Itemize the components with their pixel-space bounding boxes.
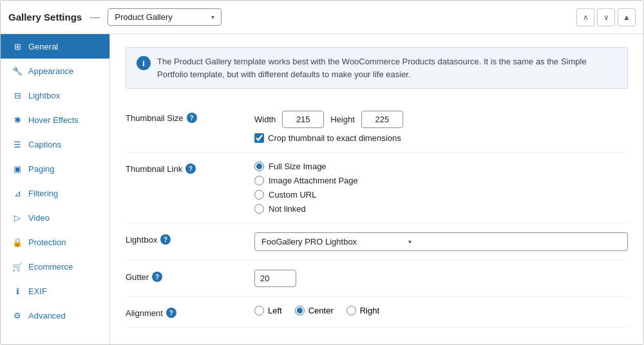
sidebar-item-filtering[interactable]: ⊿ Filtering: [1, 181, 109, 205]
lightbox-icon: ⊟: [12, 89, 23, 101]
hover-icon: ✱: [12, 114, 23, 126]
paging-icon: ▣: [12, 163, 23, 174]
gutter-help-icon[interactable]: ?: [152, 272, 162, 282]
thumbnail-size-label: Thumbnail Size ?: [126, 111, 254, 123]
sidebar-label-filtering: Filtering: [28, 189, 58, 198]
sidebar-label-lightbox: Lightbox: [28, 91, 60, 100]
crop-checkbox[interactable]: [254, 133, 264, 143]
gutter-content: [254, 270, 628, 287]
header-controls: ∧ ∨ ▲: [576, 8, 636, 26]
radio-not-linked: Not linked: [254, 204, 628, 214]
align-right: Right: [346, 306, 379, 315]
main-content: i The Product Gallery template works bes…: [110, 34, 643, 344]
radio-attachment: Image Attachment Page: [254, 176, 628, 185]
lightbox-label: Lightbox ?: [126, 232, 254, 245]
info-box: i The Product Gallery template works bes…: [126, 47, 628, 89]
gutter-label: Gutter ?: [126, 270, 254, 282]
radio-custom-url-label: Custom URL: [269, 190, 316, 200]
radio-custom-url: Custom URL: [254, 190, 628, 200]
sidebar-label-ecommerce: Ecommerce: [28, 262, 73, 272]
sidebar-item-lightbox[interactable]: ⊟ Lightbox: [1, 83, 109, 107]
lightbox-help-icon[interactable]: ?: [160, 234, 171, 245]
gallery-select-label: Product Gallery: [115, 12, 173, 22]
crop-checkbox-row: Crop thumbnail to exact dimensions: [254, 133, 628, 143]
body: ⊞ General 🔧 Appearance ⊟ Lightbox ✱ Hove…: [1, 34, 643, 344]
radio-custom-url-input[interactable]: [254, 190, 264, 200]
nav-expand-button[interactable]: ▲: [618, 8, 636, 26]
lock-icon: 🔒: [12, 236, 23, 248]
sidebar-item-captions[interactable]: ☰ Captions: [1, 132, 109, 156]
width-label: Width: [254, 115, 276, 124]
sidebar-item-appearance[interactable]: 🔧 Appearance: [1, 59, 109, 83]
nav-up-button[interactable]: ∧: [576, 8, 594, 26]
wrench-icon: 🔧: [12, 65, 23, 77]
thumbnail-link-help-icon[interactable]: ?: [185, 163, 196, 174]
alignment-row: Alignment ? Left Center Right: [126, 297, 628, 328]
thumbnail-link-row: Thumbnail Link ? Full Size Image Image A…: [126, 153, 628, 223]
header: Gallery Settings — Product Gallery ▾ ∧ ∨…: [1, 1, 643, 34]
gutter-row: Gutter ?: [126, 261, 628, 297]
lightbox-select[interactable]: FooGallery PRO Lightbox ▾: [254, 232, 628, 251]
gallery-settings-window: Gallery Settings — Product Gallery ▾ ∧ ∨…: [0, 0, 644, 345]
nav-down-button[interactable]: ∨: [597, 8, 615, 26]
thumbnail-link-options: Full Size Image Image Attachment Page Cu…: [254, 162, 628, 214]
radio-full-size-label: Full Size Image: [269, 162, 327, 171]
sidebar-item-protection[interactable]: 🔒 Protection: [1, 230, 109, 254]
align-right-radio[interactable]: [346, 306, 356, 315]
header-title: Gallery Settings: [8, 12, 82, 23]
grid-icon: ⊞: [12, 41, 23, 52]
info-text: The Product Gallery template works best …: [157, 55, 617, 80]
lightbox-selected-value: FooGallery PRO Lightbox: [261, 237, 357, 247]
radio-attachment-input[interactable]: [254, 176, 264, 185]
lightbox-row: Lightbox ? FooGallery PRO Lightbox ▾: [126, 223, 628, 261]
sidebar-label-appearance: Appearance: [28, 66, 73, 76]
height-input[interactable]: [361, 111, 403, 128]
thumbnail-size-help-icon[interactable]: ?: [187, 113, 197, 123]
sidebar-label-protection: Protection: [28, 238, 66, 247]
video-icon: ▷: [12, 212, 23, 223]
gear-icon: ⚙: [12, 310, 23, 321]
radio-not-linked-input[interactable]: [254, 204, 264, 214]
gallery-select-dropdown[interactable]: Product Gallery ▾: [108, 8, 222, 26]
radio-not-linked-label: Not linked: [269, 204, 306, 214]
thumbnail-size-row: Thumbnail Size ? Width Height Crop thumb…: [126, 102, 628, 153]
sidebar-item-ecommerce[interactable]: 🛒 Ecommerce: [1, 254, 109, 279]
sidebar-label-hover-effects: Hover Effects: [28, 115, 79, 125]
info-circle-icon: ℹ: [12, 285, 23, 297]
height-label: Height: [330, 115, 355, 124]
sidebar: ⊞ General 🔧 Appearance ⊟ Lightbox ✱ Hove…: [1, 34, 110, 344]
gutter-input[interactable]: [254, 270, 296, 287]
alignment-help-icon[interactable]: ?: [166, 308, 176, 318]
align-left-radio[interactable]: [254, 306, 264, 315]
sidebar-item-general[interactable]: ⊞ General: [1, 34, 109, 59]
size-inputs-group: Width Height: [254, 111, 628, 128]
info-icon: i: [137, 56, 151, 70]
sidebar-label-advanced: Advanced: [28, 311, 66, 321]
header-left: Gallery Settings — Product Gallery ▾: [8, 8, 222, 26]
chevron-down-icon: ▾: [211, 14, 214, 21]
sidebar-label-video: Video: [28, 213, 50, 223]
sidebar-item-advanced[interactable]: ⚙ Advanced: [1, 303, 109, 328]
sidebar-item-hover-effects[interactable]: ✱ Hover Effects: [1, 107, 109, 132]
alignment-options: Left Center Right: [254, 306, 628, 315]
align-left-label: Left: [268, 306, 282, 315]
sidebar-item-paging[interactable]: ▣ Paging: [1, 156, 109, 181]
radio-attachment-label: Image Attachment Page: [269, 176, 358, 185]
radio-full-size-input[interactable]: [254, 162, 264, 171]
align-center-label: Center: [308, 306, 334, 315]
alignment-label: Alignment ?: [126, 306, 254, 318]
sidebar-item-exif[interactable]: ℹ EXIF: [1, 279, 109, 303]
width-input[interactable]: [282, 111, 324, 128]
lightbox-content: FooGallery PRO Lightbox ▾: [254, 232, 628, 251]
align-right-label: Right: [360, 306, 379, 315]
captions-icon: ☰: [12, 138, 23, 150]
crop-label: Crop thumbnail to exact dimensions: [268, 133, 401, 143]
sidebar-item-video[interactable]: ▷ Video: [1, 205, 109, 230]
radio-full-size: Full Size Image: [254, 162, 628, 171]
align-left: Left: [254, 306, 282, 315]
cart-icon: 🛒: [12, 261, 23, 272]
align-center: Center: [295, 306, 334, 315]
sidebar-label-captions: Captions: [28, 140, 61, 149]
align-center-radio[interactable]: [295, 306, 305, 315]
filter-icon: ⊿: [12, 187, 23, 199]
